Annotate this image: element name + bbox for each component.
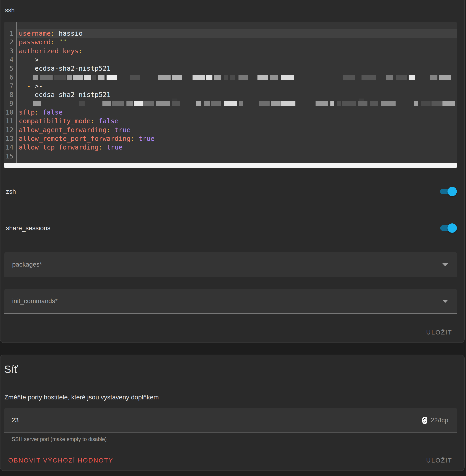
redacted-pixel-block [271,101,280,106]
yaml-editor[interactable]: 123456789101112131415 username: hassiopa… [4,22,457,168]
code-line: authorized_keys: [19,47,457,55]
yaml-token-key: allow_tcp_forwarding [19,143,99,151]
redacted-pixel-block [79,101,84,106]
redacted-pixel-block [238,75,248,80]
yaml-token-bool: true [103,143,123,151]
redacted-pixel-block [414,101,418,106]
line-number: 7 [4,82,16,90]
redacted-pixel-block [156,101,170,106]
ssh-port-input[interactable]: 23 22/tcp [4,408,457,433]
redacted-pixel-block [172,99,177,101]
redacted-key-row [33,75,457,80]
code-line: allow_agent_forwarding: true [19,126,457,134]
yaml-token-key: allow_remote_port_forwarding [19,135,130,142]
redacted-pixel-block [204,101,210,106]
redacted-pixel-block [386,75,393,80]
redacted-pixel-block [370,101,378,106]
init-commands-dropdown[interactable]: init_commands* [4,289,457,314]
save-config-button[interactable]: ULOŽIT [426,329,452,336]
code-line [19,152,457,161]
redacted-pixel-block [337,101,341,106]
reset-defaults-button[interactable]: OBNOVIT VÝCHOZÍ HODNOTY [8,457,113,464]
redacted-pixel-block [342,101,356,106]
line-number: 11 [4,116,16,125]
redacted-pixel-block [330,101,334,106]
redacted-pixel-block [343,75,355,80]
share-sessions-toggle-switch[interactable] [440,223,457,233]
redacted-pixel-block [270,75,278,80]
redacted-pixel-block [359,99,364,101]
yaml-token-plain: ecdsa-sha2-nistp521 [19,91,111,99]
redacted-pixel-block [315,101,328,106]
yaml-token-punc: : [91,117,94,125]
yaml-token-key: compatibility_mode [19,117,91,125]
init-commands-dropdown-label: init_commands* [12,289,58,313]
yaml-token-punc: : [79,47,82,55]
code-line: allow_tcp_forwarding: true [19,143,457,151]
redacted-pixel-block [421,101,431,106]
yaml-token-plain: ecdsa-sha2-nistp521 [19,64,111,72]
redacted-pixel-block [106,75,117,80]
redacted-pixel-block [196,101,201,106]
code-line: ecdsa-sha2-nistp521 [19,90,457,99]
yaml-token-plain [19,82,27,90]
yaml-token-plain: hassio [55,30,82,37]
code-line: sftp: false [19,108,457,116]
zsh-toggle-switch[interactable] [440,187,457,196]
line-number: 5 [4,64,16,73]
yaml-token-str: "" [59,38,67,46]
line-number: 9 [4,99,16,108]
yaml-token-bool: true [111,126,130,134]
line-number: 3 [4,47,16,55]
redacted-pixel-block [259,101,269,106]
yaml-token-key: password [19,38,51,46]
redacted-pixel-block [40,75,53,80]
yaml-token-key: authorized_keys [19,47,79,55]
redacted-pixel-block [381,101,396,106]
ssh-field-label: ssh [5,7,15,14]
yaml-token-punc: : [35,108,39,116]
yaml-token-punc: : [51,30,55,37]
save-network-button[interactable]: ULOŽIT [426,457,452,464]
redacted-pixel-block [206,75,213,80]
yaml-token-plain: >- [31,82,43,90]
redacted-pixel-block [92,75,96,80]
code-line: ecdsa-sha2-nistp521 [19,64,457,73]
yaml-token-plain [19,56,27,64]
number-stepper-icon[interactable] [422,417,427,424]
editor-horizontal-scrollbar[interactable] [4,163,457,168]
redacted-pixel-block [112,101,124,106]
redacted-pixel-block [281,101,295,106]
line-number: 10 [4,108,16,116]
yaml-token-punc: - [27,82,31,90]
yaml-token-key: allow_agent_forwarding [19,126,106,134]
yaml-token-key: sftp [19,108,35,116]
redacted-pixel-block [103,101,111,106]
yaml-token-bool: false [39,108,63,116]
line-number: 12 [4,126,16,134]
redacted-pixel-block [281,75,294,80]
redacted-pixel-block [73,75,83,80]
share-sessions-toggle-label: share_sessions [6,224,50,232]
code-line: allow_remote_port_forwarding: true [19,134,457,143]
redacted-pixel-block [409,75,415,80]
redacted-pixel-block [396,75,407,80]
yaml-token-punc: : [99,143,103,151]
redacted-pixel-block [193,75,205,80]
redacted-pixel-block [172,101,180,106]
ssh-port-helper-text: SSH server port (make empty to disable) [12,436,106,442]
code-line: password: "" [19,38,457,46]
network-section-title: Síť [4,363,18,375]
redacted-pixel-block [443,101,455,106]
redacted-pixel-block [172,75,182,80]
network-section-description: Změňte porty hostitele, které jsou vysta… [4,394,159,401]
redacted-pixel-block [127,101,133,106]
editor-code-lines: username: hassiopassword: ""authorized_k… [19,29,457,161]
addon-config-page: ssh 123456789101112131415 username: hass… [0,0,466,476]
network-actions-divider [0,449,464,449]
yaml-token-punc: : [106,126,110,134]
packages-dropdown[interactable]: packages* [4,252,457,277]
ssh-port-value: 23 [12,408,19,433]
code-line: username: hassio [19,29,457,38]
redacted-pixel-block [224,75,228,80]
